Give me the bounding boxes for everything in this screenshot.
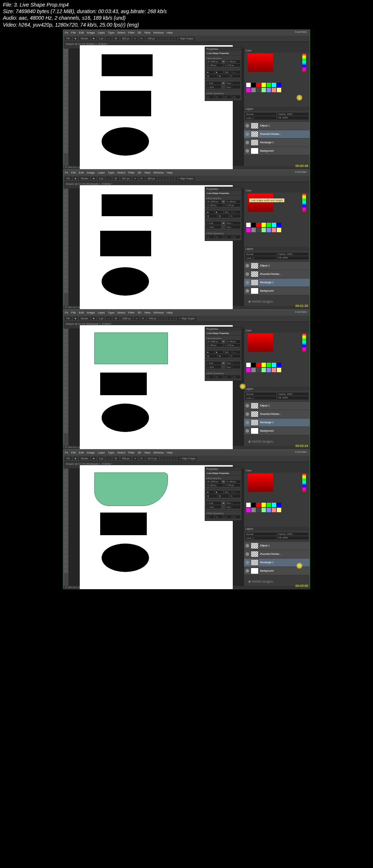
color-panel[interactable]: Color <box>244 328 310 358</box>
panel-header[interactable]: Color <box>244 468 310 472</box>
options-item[interactable]: 998 px <box>121 457 131 460</box>
menu-item[interactable]: Select <box>117 311 125 314</box>
swatch[interactable] <box>272 508 276 512</box>
swatch[interactable] <box>256 88 261 92</box>
menu-item[interactable]: File <box>71 171 76 174</box>
options-item[interactable]: □ <box>166 457 170 460</box>
swatch[interactable] <box>262 223 266 227</box>
options-item[interactable]: □ <box>172 457 176 460</box>
layer-thumbnail[interactable] <box>251 551 259 557</box>
swatch[interactable] <box>277 503 281 507</box>
tool-button[interactable] <box>64 135 68 139</box>
menu-item[interactable]: Filter <box>128 311 135 314</box>
menu-item[interactable]: Edit <box>79 31 84 34</box>
options-item[interactable]: Stroke: <box>79 177 90 180</box>
tool-button[interactable] <box>64 232 68 236</box>
layer-item[interactable]: Ellipse 1 <box>244 402 310 410</box>
panel-header[interactable]: Properties <box>205 187 242 191</box>
tool-button[interactable] <box>64 386 68 390</box>
stroke-section[interactable]: ■■3 pt—⊏⊐⊓ <box>205 489 242 500</box>
tool-button[interactable] <box>64 554 68 559</box>
tool-button[interactable] <box>64 377 68 381</box>
options-item[interactable]: 440 px <box>148 317 158 320</box>
shape-ellipse[interactable] <box>102 267 149 296</box>
tool-button[interactable] <box>64 410 68 414</box>
menu-item[interactable]: File <box>71 311 76 314</box>
options-item[interactable]: Stroke: <box>79 457 90 460</box>
menu-item[interactable]: Select <box>117 31 125 34</box>
shape-rectangle[interactable] <box>100 513 147 535</box>
options-item[interactable]: □ <box>170 37 174 40</box>
properties-panel[interactable]: Properties▫ Live Shape Properties▾ Bound… <box>205 467 242 521</box>
tool-button[interactable] <box>64 400 68 405</box>
menu-item[interactable]: 3D <box>138 31 141 34</box>
layer-item[interactable]: Ellipse 1 <box>244 122 310 130</box>
swatch[interactable] <box>262 228 266 232</box>
options-item[interactable]: — <box>106 37 111 40</box>
menu-item[interactable]: Type <box>108 451 114 454</box>
options-item[interactable]: 387 px <box>121 177 131 180</box>
menu-item[interactable]: View <box>144 451 150 454</box>
workspace-label[interactable]: Essentials <box>295 171 307 173</box>
swatch[interactable] <box>246 363 251 367</box>
eye-icon[interactable] <box>246 272 249 276</box>
swatch[interactable] <box>262 508 266 512</box>
options-item[interactable]: Stroke: <box>79 37 90 40</box>
menu-item[interactable]: Image <box>87 171 95 174</box>
options-item[interactable]: ✓ Align Edges <box>177 317 196 320</box>
tool-button[interactable] <box>64 483 68 488</box>
tool-button[interactable] <box>64 203 68 208</box>
swatch[interactable] <box>267 363 271 367</box>
eye-icon[interactable] <box>246 281 249 284</box>
eye-icon[interactable] <box>246 421 249 424</box>
tool-button[interactable] <box>64 82 68 87</box>
shape-rectangle-green[interactable] <box>94 332 168 364</box>
tool-button[interactable] <box>64 424 68 428</box>
properties-panel[interactable]: Properties▫ Live Shape Properties▾ Bound… <box>205 187 242 241</box>
options-item[interactable]: Fill: <box>65 177 72 180</box>
options-item[interactable]: 3 pt <box>98 37 105 40</box>
corners-section[interactable]: ⌐ 0 px⇔0 px ¬⌙ 0 px0 px ⌏ <box>205 80 242 91</box>
options-item[interactable]: □ <box>160 457 165 460</box>
swatch[interactable] <box>277 368 281 372</box>
menu-item[interactable]: 3D <box>138 451 141 454</box>
menu-item[interactable]: Type <box>108 31 114 34</box>
options-item[interactable]: □ <box>165 317 170 320</box>
tool-button[interactable] <box>64 358 68 362</box>
tool-button[interactable] <box>64 419 68 424</box>
layer-options[interactable]: NormalOpacity: 100%Lock: ▢Fill: 100% <box>244 111 310 122</box>
options-item[interactable]: — <box>106 317 111 320</box>
panel-header[interactable]: Properties <box>205 327 242 331</box>
panel-header[interactable]: Color <box>244 48 310 52</box>
options-item[interactable]: 3 pt <box>98 457 105 460</box>
swatch[interactable] <box>246 368 251 372</box>
menu-item[interactable]: Layer <box>98 31 105 34</box>
tool-button[interactable] <box>64 256 68 260</box>
layer-thumbnail[interactable] <box>251 139 259 146</box>
options-item[interactable]: Fill: <box>65 457 72 460</box>
tool-button[interactable] <box>64 149 68 153</box>
swatch[interactable] <box>246 508 251 512</box>
options-item[interactable]: ⇔ <box>133 37 138 40</box>
swatch[interactable] <box>272 223 276 227</box>
tool-button[interactable] <box>64 362 68 367</box>
options-item[interactable]: 190 px <box>146 37 157 40</box>
swatch[interactable] <box>246 228 251 232</box>
swatch[interactable] <box>246 223 251 227</box>
shape-ellipse[interactable] <box>102 544 149 572</box>
swatch[interactable] <box>267 83 271 87</box>
menu-item[interactable]: Edit <box>79 311 84 314</box>
options-item[interactable]: 3 pt <box>98 317 105 320</box>
swatch[interactable] <box>251 363 256 367</box>
tool-button[interactable] <box>64 120 68 125</box>
tool-button[interactable] <box>64 116 68 120</box>
layer-options[interactable]: NormalOpacity: 100%Lock: ▢Fill: 100% <box>244 531 310 542</box>
menu-item[interactable]: Image <box>87 31 95 34</box>
swatch[interactable] <box>267 508 271 512</box>
tool-button[interactable] <box>64 194 68 198</box>
options-item[interactable]: □ <box>158 177 162 180</box>
options-item[interactable]: H: <box>139 177 145 180</box>
options-item[interactable]: ■ <box>91 457 96 460</box>
tool-button[interactable] <box>64 49 68 54</box>
swatch[interactable] <box>267 88 271 92</box>
